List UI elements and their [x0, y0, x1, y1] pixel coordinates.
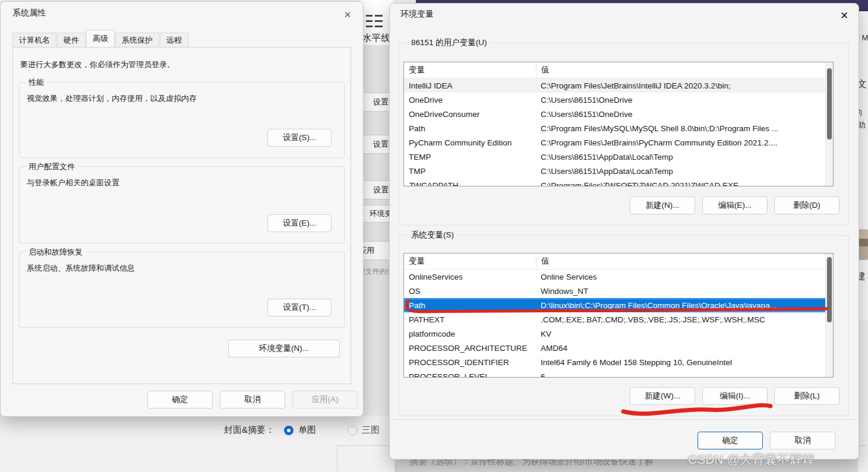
- dialog-title: 系统属性: [12, 8, 46, 18]
- tab-remote[interactable]: 远程: [160, 33, 188, 47]
- system-variables-title: 系统变量(S): [408, 230, 457, 240]
- startup-recovery-settings-button[interactable]: 设置(T)...: [267, 299, 332, 316]
- var-name: TEMP: [404, 153, 536, 161]
- performance-group: 性能 视觉效果，处理器计划，内存使用，以及虚拟内存 设置(S)...: [19, 82, 345, 158]
- column-variable[interactable]: 变量: [404, 254, 536, 269]
- var-name: PyCharm Community Edition: [404, 138, 536, 147]
- table-row[interactable]: platformcode KV: [404, 327, 833, 341]
- tab-advanced[interactable]: 高级: [86, 30, 115, 47]
- var-value: C:\Users\86151\AppData\Local\Temp: [536, 153, 833, 161]
- user-profiles-group: 用户配置文件 与登录帐户相关的桌面设置 设置(E)...: [19, 166, 345, 243]
- radio-triple-image[interactable]: [348, 426, 357, 435]
- var-value: D:\linux\bin\;C:\Program Files\Common Fi…: [536, 301, 833, 310]
- var-name: IntelliJ IDEA: [404, 81, 536, 90]
- radio-triple-image-label[interactable]: 三图: [362, 425, 380, 436]
- table-row[interactable]: OnlineServices Online Services: [404, 270, 833, 284]
- cancel-button[interactable]: 取消: [220, 391, 285, 408]
- var-value: C:\Users\86151\OneDrive: [536, 96, 833, 104]
- tab-hardware[interactable]: 硬件: [57, 33, 86, 47]
- group-title: 用户配置文件: [26, 161, 78, 172]
- group-desc: 与登录帐户相关的桌面设置: [27, 178, 119, 188]
- tab-computer-name[interactable]: 计算机名: [12, 33, 56, 47]
- screen: 水平线 设置(S)... 设置(E)... 设置(T)... 环境变量(N)..…: [0, 0, 868, 472]
- scrollbar-thumb[interactable]: [827, 257, 832, 322]
- system-new-button[interactable]: 新建(W)...: [630, 387, 695, 405]
- column-variable[interactable]: 变量: [404, 62, 536, 78]
- watermark: CSDN @大背囊不辉煌: [688, 451, 815, 468]
- group-title: 启动和故障恢复: [26, 247, 86, 258]
- admin-note: 要进行大多数更改，你必须作为管理员登录。: [20, 59, 175, 70]
- user-edit-button[interactable]: 编辑(E)...: [702, 197, 768, 214]
- scrollbar[interactable]: [825, 254, 833, 377]
- var-value: C:\Program Files\JetBrains\PyCharm Commu…: [536, 138, 833, 147]
- startup-recovery-group: 启动和故障恢复 系统启动、系统故障和调试信息 设置(T)...: [19, 252, 345, 328]
- var-value: Online Services: [536, 273, 833, 281]
- var-name: Path: [404, 124, 536, 133]
- tab-system-protection[interactable]: 系统保护: [115, 33, 159, 47]
- user-variables-title: 86151 的用户变量(U): [408, 37, 491, 48]
- column-value[interactable]: 值: [536, 62, 833, 78]
- toolbar-item-horizontal-rule: 水平线: [362, 32, 391, 45]
- var-name: platformcode: [404, 330, 536, 338]
- scrollbar-thumb[interactable]: [827, 68, 832, 140]
- table-header: 变量 值: [404, 254, 833, 270]
- radio-single-image-label[interactable]: 单图: [298, 425, 316, 436]
- close-icon[interactable]: ✕: [836, 7, 853, 24]
- table-row[interactable]: ZWCADPATH C:\Program Files\ZWSOFT\ZWCAD …: [404, 178, 833, 186]
- system-delete-button[interactable]: 删除(L): [774, 387, 839, 405]
- environment-variables-button[interactable]: 环境变量(N)...: [228, 340, 340, 357]
- table-row[interactable]: PyCharm Community Edition C:\Program Fil…: [404, 135, 833, 150]
- column-value[interactable]: 值: [536, 254, 833, 269]
- user-new-button[interactable]: 新建(N)...: [630, 197, 695, 214]
- table-row-selected-path[interactable]: Path D:\linux\bin\;C:\Program Files\Comm…: [404, 298, 833, 312]
- group-desc: 系统启动、系统故障和调试信息: [27, 263, 135, 274]
- table-row[interactable]: OS Windows_NT: [404, 284, 833, 298]
- table-row[interactable]: TEMP C:\Users\86151\AppData\Local\Temp: [404, 150, 833, 164]
- var-name: PROCESSOR_IDENTIFIER: [404, 358, 536, 367]
- var-name: OneDrive: [404, 96, 536, 104]
- var-value: KV: [536, 330, 833, 338]
- var-value: Windows_NT: [536, 287, 833, 296]
- scrollbar[interactable]: [825, 62, 833, 186]
- var-value: C:\Program Files\JetBrains\IntelliJ IDEA…: [536, 81, 833, 90]
- var-name: Path: [404, 301, 536, 310]
- ok-button[interactable]: 确定: [697, 432, 763, 449]
- var-value: C:\Users\86151\OneDrive: [536, 110, 833, 119]
- table-row[interactable]: OneDrive C:\Users\86151\OneDrive: [404, 93, 833, 107]
- var-value: .COM;.EXE;.BAT;.CMD;.VBS;.VBE;.JS;.JSE;.…: [536, 315, 833, 324]
- system-properties-dialog: 系统属性 ✕ 计算机名 硬件 高级 系统保护 远程 要进行大多数更改，你必须作为…: [0, 1, 364, 417]
- var-name: ZWCADPATH: [404, 181, 536, 187]
- user-variables-table[interactable]: 变量 值 IntelliJ IDEA C:\Program Files\JetB…: [403, 62, 834, 186]
- table-row[interactable]: PROCESSOR_LEVEL 6: [404, 369, 833, 378]
- table-row[interactable]: TMP C:\Users\86151\AppData\Local\Temp: [404, 164, 833, 178]
- table-row[interactable]: Path C:\Program Files\MySQL\MySQL Shell …: [404, 121, 833, 135]
- var-name: PROCESSOR_ARCHITECTURE: [404, 344, 536, 353]
- cancel-button[interactable]: 取消: [770, 432, 835, 449]
- var-name: OnlineServices: [404, 273, 536, 281]
- table-row[interactable]: PROCESSOR_IDENTIFIER Intel64 Family 6 Mo…: [404, 355, 833, 369]
- radio-single-image[interactable]: [284, 426, 293, 435]
- user-profiles-settings-button[interactable]: 设置(E)...: [267, 214, 332, 232]
- ok-button[interactable]: 确定: [147, 391, 213, 408]
- user-delete-button[interactable]: 删除(D): [774, 197, 839, 214]
- table-row[interactable]: OneDriveConsumer C:\Users\86151\OneDrive: [404, 107, 833, 121]
- system-variables-table[interactable]: 变量 值 OnlineServices Online Services OS W…: [403, 253, 834, 378]
- close-icon[interactable]: ✕: [339, 7, 356, 23]
- var-name: PATHEXT: [404, 315, 536, 324]
- var-value: C:\Program Files\MySQL\MySQL Shell 8.0\b…: [536, 124, 833, 133]
- footer-divider: [390, 419, 858, 420]
- var-value: Intel64 Family 6 Model 158 Stepping 10, …: [536, 358, 833, 367]
- environment-variables-dialog: 环境变量 ✕ 86151 的用户变量(U) 变量 值 IntelliJ IDEA…: [389, 3, 859, 460]
- var-name: OS: [404, 287, 536, 296]
- var-value: C:\Users\86151\AppData\Local\Temp: [536, 167, 833, 176]
- table-row[interactable]: PATHEXT .COM;.EXE;.BAT;.CMD;.VBS;.VBE;.J…: [404, 312, 833, 327]
- var-name: TMP: [404, 167, 536, 176]
- system-edit-button[interactable]: 编辑(I)...: [702, 387, 768, 405]
- apply-button: 应用(A): [292, 391, 358, 408]
- advanced-tab-panel: 要进行大多数更改，你必须作为管理员登录。 性能 视觉效果，处理器计划，内存使用，…: [12, 47, 351, 384]
- performance-settings-button[interactable]: 设置(S)...: [267, 129, 332, 147]
- table-row[interactable]: PROCESSOR_ARCHITECTURE AMD64: [404, 341, 833, 355]
- table-row[interactable]: IntelliJ IDEA C:\Program Files\JetBrains…: [404, 78, 833, 93]
- group-title: 性能: [26, 77, 47, 88]
- tab-bar: 计算机名 硬件 高级 系统保护 远程: [12, 30, 189, 47]
